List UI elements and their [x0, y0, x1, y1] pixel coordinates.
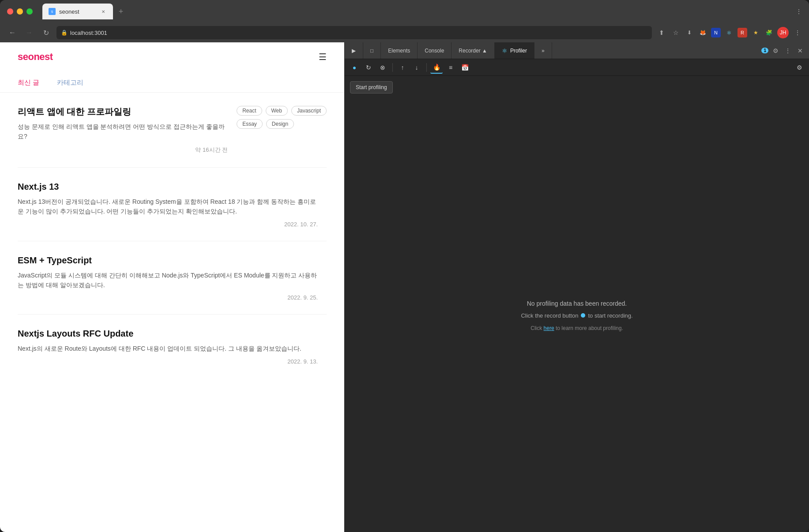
reload-and-profile-button[interactable]: ↻ — [362, 61, 375, 74]
maximize-button[interactable] — [26, 8, 33, 15]
post-tags: React Web Javascript Essay Design — [237, 106, 327, 129]
forward-button[interactable]: → — [23, 26, 35, 39]
post-date: 2022. 9. 13. — [18, 358, 318, 365]
tag-design[interactable]: Design — [266, 119, 294, 129]
ext-download-icon[interactable]: ⬇ — [685, 28, 694, 37]
profiler-top-area: Start profiling — [345, 76, 809, 99]
close-button[interactable] — [7, 8, 13, 15]
profiler-toolbar: ● ↻ ⊗ ↑ ↓ 🔥 ≡ 📅 ⚙ — [345, 59, 809, 76]
learn-more-suffix: to learn more about profiling. — [556, 325, 623, 331]
nav-category[interactable]: 카테고리 — [57, 79, 83, 87]
close-devtools-button[interactable]: ✕ — [795, 45, 805, 56]
minimize-button[interactable] — [17, 8, 23, 15]
devtools-tab-elements[interactable]: Elements — [381, 42, 418, 59]
address-bar[interactable]: 🔒 localhost:3001 — [56, 26, 652, 39]
post-item: ESM + TypeScript JavaScript의 모듈 시스템에 대해 … — [18, 241, 327, 315]
flamechart-tab[interactable]: 🔥 — [430, 61, 443, 74]
address-bar-row: ← → ↻ 🔒 localhost:3001 ⬆ ☆ ⬇ 🦊 N ⚛ R ★ 🧩… — [0, 23, 809, 42]
more-tabs-icon: » — [542, 48, 545, 54]
console-label: Console — [425, 48, 444, 54]
post-content: Nextjs Layouts RFC Update Next.js의 새로운 R… — [18, 328, 327, 364]
profile-icon[interactable]: JH — [777, 27, 789, 38]
post-title[interactable]: Nextjs Layouts RFC Update — [18, 328, 318, 339]
post-date: 약 16시간 전 — [18, 146, 228, 154]
post-item: 리액트 앱에 대한 프로파일링 성능 문제로 인해 리액트 앱을 분석하려면 어… — [18, 93, 327, 168]
profiler-learn-more: Click here to learn more about profiling… — [531, 325, 623, 331]
browser-window: s seonest ✕ + ⋮ ← → ↻ 🔒 localhost:3001 ⬆… — [0, 0, 809, 532]
post-title[interactable]: 리액트 앱에 대한 프로파일링 — [18, 106, 228, 117]
nav-recent[interactable]: 최신 글 — [18, 79, 39, 87]
post-title[interactable]: ESM + TypeScript — [18, 255, 318, 266]
post-date: 2022. 10. 27. — [18, 221, 318, 228]
tag-web[interactable]: Web — [266, 106, 288, 116]
post-content: 리액트 앱에 대한 프로파일링 성능 문제로 인해 리액트 앱을 분석하려면 어… — [18, 106, 237, 154]
devtools-tab-inspect[interactable]: □ — [363, 42, 381, 59]
record-button[interactable]: ● — [348, 61, 361, 74]
titlebar: s seonest ✕ + ⋮ — [0, 0, 809, 23]
tab-close-button[interactable]: ✕ — [100, 8, 107, 15]
cursor-icon: ▶ — [352, 48, 356, 54]
reload-button[interactable]: ↻ — [40, 26, 52, 39]
post-item: Nextjs Layouts RFC Update Next.js의 새로운 R… — [18, 315, 327, 378]
post-date: 2022. 9. 25. — [18, 294, 318, 301]
site-header: seonest ☰ — [0, 42, 344, 71]
tab-right-controls: ⋮ — [796, 8, 802, 15]
devtools-tab-console[interactable]: Console — [418, 42, 452, 59]
active-tab[interactable]: s seonest ✕ — [42, 4, 113, 19]
post-tags-row-1: React Web Javascript — [237, 106, 327, 116]
start-profiling-button[interactable]: Start profiling — [350, 81, 393, 94]
timeline-tab[interactable]: 📅 — [459, 61, 471, 74]
elements-label: Elements — [388, 48, 410, 54]
back-button[interactable]: ← — [6, 26, 19, 39]
profiler-empty-line1: No profiling data has been recorded. — [527, 300, 627, 307]
url-text: localhost:3001 — [70, 30, 107, 36]
post-tags-row-2: Essay Design — [237, 119, 294, 129]
ext-blue-icon[interactable]: N — [711, 28, 721, 37]
ext-red-icon[interactable]: R — [738, 28, 747, 37]
more-options-icon[interactable]: ⋮ — [783, 45, 793, 56]
learn-more-prefix: Click — [531, 325, 542, 331]
upload-button[interactable]: ↑ — [396, 61, 409, 74]
download-button[interactable]: ↓ — [410, 61, 423, 74]
inspect-icon: □ — [370, 48, 373, 54]
profiler-hint-suffix: to start recording. — [588, 312, 632, 319]
tab-favicon: s — [49, 8, 56, 15]
post-item: Next.js 13 Next.js 13버전이 공개되었습니다. 새로운 Ro… — [18, 168, 327, 241]
site-logo[interactable]: seonest — [18, 51, 53, 63]
devtools-tab-profiler[interactable]: ⚛ Profiler — [495, 42, 534, 59]
ext-firefox-icon[interactable]: 🦊 — [698, 28, 707, 37]
browser-actions: ⬆ ☆ ⬇ 🦊 N ⚛ R ★ 🧩 JH ⋮ — [656, 27, 803, 38]
devtools-panel: ▶ □ Elements Console Recorder ▲ ⚛ Profil… — [344, 42, 809, 532]
learn-more-link[interactable]: here — [544, 325, 554, 331]
settings-icon[interactable]: ⚙ — [770, 45, 781, 56]
tag-essay[interactable]: Essay — [237, 119, 263, 129]
tag-javascript[interactable]: Javascript — [291, 106, 327, 116]
hamburger-menu[interactable]: ☰ — [319, 52, 327, 62]
browser-content: seonest ☰ 최신 글 카테고리 리액트 앱에 대한 프로파일링 성능 문… — [0, 42, 809, 532]
ranked-tab[interactable]: ≡ — [444, 61, 457, 74]
devtools-tab-more[interactable]: » — [534, 42, 552, 59]
traffic-lights — [7, 8, 33, 15]
devtools-tab-cursor[interactable]: ▶ — [345, 42, 363, 59]
site-nav: 최신 글 카테고리 — [0, 71, 344, 93]
profiler-hint: Click the record button to start recordi… — [521, 312, 632, 319]
post-title[interactable]: Next.js 13 — [18, 181, 318, 192]
profiler-settings-button[interactable]: ⚙ — [793, 61, 805, 74]
window-controls-icon: ⋮ — [796, 8, 802, 15]
ext-puzzle-icon[interactable]: 🧩 — [764, 28, 774, 37]
post-content: ESM + TypeScript JavaScript의 모듈 시스템에 대해 … — [18, 255, 327, 301]
devtools-tab-recorder[interactable]: Recorder ▲ — [452, 42, 495, 59]
profiler-content: No profiling data has been recorded. Cli… — [345, 99, 809, 532]
menu-icon[interactable]: ⋮ — [792, 27, 803, 38]
ext-star-icon[interactable]: ★ — [751, 28, 760, 37]
posts-list: 리액트 앱에 대한 프로파일링 성능 문제로 인해 리액트 앱을 분석하려면 어… — [0, 93, 344, 378]
ext-react-icon[interactable]: ⚛ — [724, 28, 734, 37]
new-tab-button[interactable]: + — [115, 5, 127, 18]
tag-react[interactable]: React — [237, 106, 262, 116]
bookmark-icon[interactable]: ☆ — [670, 27, 681, 38]
toolbar-divider — [392, 63, 393, 72]
share-icon[interactable]: ⬆ — [656, 27, 667, 38]
stop-button[interactable]: ⊗ — [376, 61, 389, 74]
post-excerpt: JavaScript의 모듈 시스템에 대해 간단히 이해해보고 Node.js… — [18, 270, 318, 290]
toolbar-divider-2 — [426, 63, 427, 72]
